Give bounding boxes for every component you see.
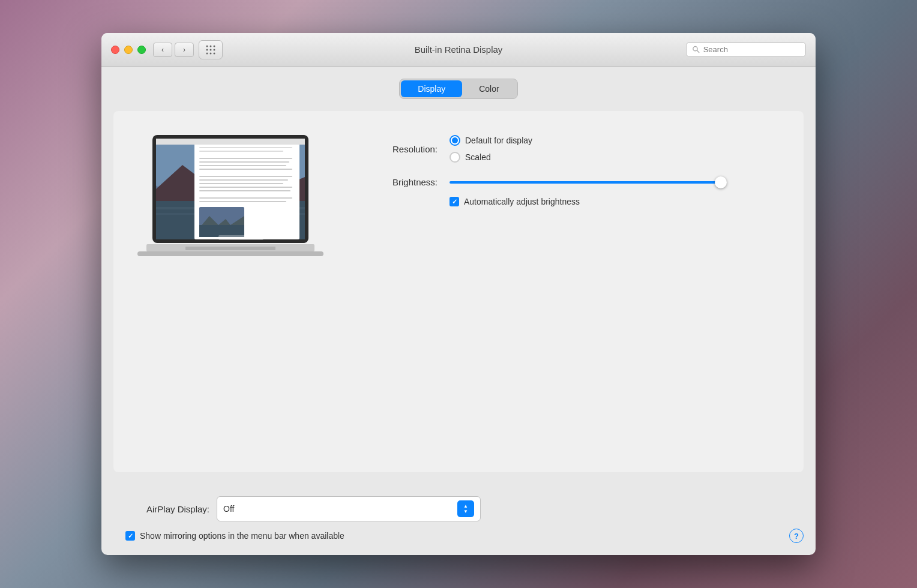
traffic-lights — [111, 46, 146, 54]
resolution-default-radio[interactable] — [449, 135, 460, 146]
svg-point-3 — [206, 49, 208, 50]
svg-rect-32 — [199, 201, 286, 202]
mirroring-left: Show mirroring options in the menu bar w… — [125, 531, 344, 541]
forward-icon: › — [183, 46, 185, 54]
auto-brightness-label: Automatically adjust brightness — [464, 197, 580, 206]
resolution-label: Resolution: — [365, 144, 437, 154]
search-icon — [693, 46, 700, 53]
back-button[interactable]: ‹ — [153, 43, 172, 57]
svg-rect-25 — [199, 169, 292, 170]
svg-rect-39 — [185, 247, 275, 250]
nav-buttons: ‹ › — [153, 43, 194, 57]
resolution-row: Resolution: Default for display Scaled — [365, 135, 786, 163]
minimize-button[interactable] — [124, 46, 133, 54]
svg-point-6 — [206, 52, 208, 54]
svg-rect-22 — [199, 158, 292, 159]
forward-button[interactable]: › — [175, 43, 194, 57]
maximize-button[interactable] — [137, 46, 146, 54]
svg-point-1 — [210, 45, 212, 47]
svg-rect-38 — [137, 251, 323, 256]
svg-rect-27 — [199, 179, 288, 181]
resolution-options: Default for display Scaled — [449, 135, 532, 163]
svg-point-7 — [210, 52, 212, 54]
back-icon: ‹ — [161, 46, 164, 54]
grid-button[interactable] — [199, 40, 223, 59]
resolution-scaled-radio[interactable] — [449, 152, 460, 163]
resolution-scaled-option[interactable]: Scaled — [449, 152, 532, 163]
auto-brightness-checkbox[interactable] — [449, 197, 459, 206]
resolution-default-label: Default for display — [465, 136, 532, 145]
controls-section: Resolution: Default for display Scaled — [365, 129, 786, 211]
svg-rect-36 — [156, 139, 305, 145]
grid-icon — [205, 44, 216, 55]
svg-rect-20 — [199, 147, 292, 148]
close-button[interactable] — [111, 46, 119, 54]
laptop-preview — [131, 129, 329, 285]
svg-point-0 — [206, 45, 208, 47]
laptop-svg — [134, 129, 326, 285]
svg-point-9 — [693, 47, 697, 51]
brightness-slider-thumb[interactable] — [715, 176, 727, 188]
svg-rect-40 — [218, 235, 263, 240]
tab-color[interactable]: Color — [462, 80, 516, 97]
tab-group: Display Color — [399, 79, 517, 99]
svg-rect-29 — [199, 187, 292, 188]
brightness-slider-container — [449, 181, 726, 184]
svg-point-2 — [214, 45, 215, 47]
svg-rect-21 — [199, 151, 283, 152]
brightness-row: Brightness: — [365, 177, 786, 187]
brightness-slider-track[interactable] — [449, 181, 726, 184]
help-button[interactable]: ? — [789, 529, 804, 543]
mirroring-checkbox[interactable] — [125, 531, 135, 541]
tabs-container: Display Color — [113, 79, 804, 99]
svg-point-4 — [210, 49, 212, 50]
resolution-scaled-label: Scaled — [465, 152, 491, 162]
mirroring-row: Show mirroring options in the menu bar w… — [125, 529, 804, 543]
svg-point-8 — [214, 52, 215, 54]
svg-point-5 — [214, 49, 215, 50]
window-title: Built-in Retina Display — [415, 44, 503, 55]
mirroring-label: Show mirroring options in the menu bar w… — [140, 531, 344, 541]
dropdown-arrow-icon[interactable]: ▲ ▼ — [457, 500, 474, 517]
svg-rect-28 — [199, 183, 283, 184]
settings-panel: Resolution: Default for display Scaled — [113, 111, 804, 472]
system-preferences-window: ‹ › Built-in Retina Display — [101, 33, 816, 555]
search-bar[interactable] — [686, 42, 806, 57]
titlebar: ‹ › Built-in Retina Display — [101, 33, 816, 67]
svg-rect-24 — [199, 165, 286, 166]
svg-line-10 — [697, 50, 699, 52]
auto-brightness-row: Automatically adjust brightness — [449, 197, 786, 206]
svg-rect-30 — [199, 190, 290, 191]
svg-rect-23 — [199, 161, 289, 163]
brightness-label: Brightness: — [365, 177, 437, 187]
airplay-value: Off — [223, 504, 234, 514]
main-content: Display Color — [101, 67, 816, 496]
search-input[interactable] — [703, 45, 799, 54]
airplay-dropdown[interactable]: Off ▲ ▼ — [217, 496, 481, 521]
bottom-section: AirPlay Display: Off ▲ ▼ Show mirroring … — [101, 496, 816, 555]
svg-rect-26 — [199, 176, 292, 177]
resolution-default-option[interactable]: Default for display — [449, 135, 532, 146]
svg-rect-31 — [199, 197, 292, 199]
airplay-label: AirPlay Display: — [113, 504, 209, 514]
airplay-row: AirPlay Display: Off ▲ ▼ — [113, 496, 804, 521]
tab-display[interactable]: Display — [401, 80, 462, 97]
